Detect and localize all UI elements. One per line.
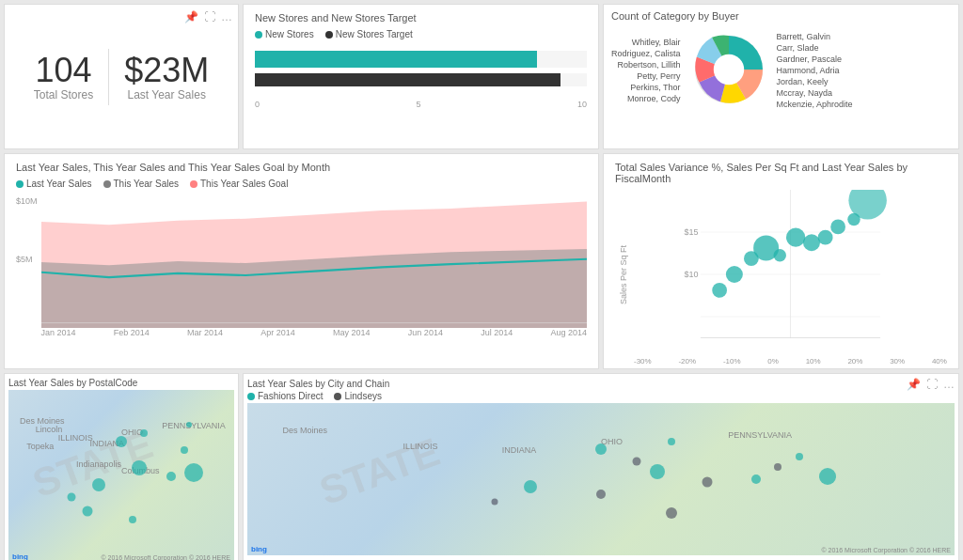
map-dot-3 bbox=[132, 460, 147, 475]
pie-legend-item-r2: Carr, Slade bbox=[777, 43, 853, 53]
bar-chart-legend: New Stores New Stores Target bbox=[255, 29, 587, 39]
pie-chart-title: Count of Category by Buyer bbox=[611, 10, 951, 22]
map-dot-2 bbox=[140, 429, 148, 437]
bing-logo-left: bing bbox=[12, 552, 28, 560]
total-stores-kpi: 104 Total Stores bbox=[34, 52, 93, 102]
pie-legend-item-2: Rodriguez, Calista bbox=[611, 49, 681, 58]
pie-legend-item-r7: Mckenzie, Aphrodite bbox=[777, 100, 853, 109]
x-mar: Mar 2014 bbox=[187, 328, 223, 337]
total-stores-label: Total Stores bbox=[34, 88, 93, 101]
fashions-direct-dot bbox=[247, 393, 255, 400]
scatter-chart-title: Total Sales Variance %, Sales Per Sq Ft … bbox=[615, 162, 947, 184]
ellipsis-icon[interactable]: … bbox=[221, 10, 232, 23]
x-30: 30% bbox=[890, 357, 905, 366]
area-chart-svg-container: Jan 2014 Feb 2014 Mar 2014 Apr 2014 May … bbox=[41, 196, 587, 328]
svg-point-12 bbox=[726, 266, 743, 283]
map-card-left: Last Year Sales by PostalCode STATE Des … bbox=[4, 373, 239, 560]
legend-new-stores: New Stores bbox=[255, 29, 314, 39]
svg-text:$10: $10 bbox=[685, 270, 699, 279]
area-chart-card: Last Year Sales, This Year Sales and Thi… bbox=[4, 153, 599, 369]
map-right-header: Last Year Sales by City and Chain 📌 ⛶ … bbox=[247, 378, 955, 391]
svg-point-1 bbox=[713, 54, 743, 85]
map-left-title: Last Year Sales by PostalCode bbox=[8, 378, 234, 388]
y-axis: $10M $5M bbox=[16, 196, 38, 328]
map-dot-1 bbox=[116, 436, 127, 447]
map-r-penn: PENNSYLVANIA bbox=[728, 430, 792, 440]
map-r-illinois: ILLINOIS bbox=[403, 442, 437, 451]
map-right-card-icons: 📌 ⛶ … bbox=[907, 378, 955, 391]
map-label-penn: PENNSYLVANIA bbox=[162, 421, 226, 430]
new-stores-dot bbox=[255, 31, 262, 39]
scatter-y-axis-label: Sales Per Sq Ft bbox=[615, 190, 632, 359]
map-right-legend: Fashions Direct Lindseys bbox=[247, 391, 955, 401]
fashions-direct-label: Fashions Direct bbox=[258, 391, 323, 401]
x-jun: Jun 2014 bbox=[408, 328, 443, 337]
map-label-illinois: ILLINOIS bbox=[58, 433, 93, 443]
x-20: 20% bbox=[847, 357, 862, 366]
pie-svg-container bbox=[687, 27, 771, 114]
expand-icon-right[interactable]: ⛶ bbox=[926, 378, 938, 391]
last-year-dot bbox=[16, 180, 24, 188]
svg-point-11 bbox=[712, 283, 727, 298]
map-dot-4 bbox=[166, 472, 176, 481]
map-r-dot-6 bbox=[524, 480, 537, 493]
map-dot-8 bbox=[68, 493, 76, 502]
this-year-dot bbox=[103, 180, 111, 188]
map-right-bg: STATE Des Moines ILLINOIS INDIANA OHIO P… bbox=[247, 403, 955, 555]
map-dot-11 bbox=[184, 463, 203, 482]
axis-10: 10 bbox=[577, 100, 587, 109]
kpi-card-icons: 📌 ⛶ … bbox=[184, 10, 232, 23]
scatter-chart-card: Total Sales Variance %, Sales Per Sq Ft … bbox=[603, 153, 959, 369]
this-year-label: This Year Sales bbox=[114, 179, 180, 189]
pie-legend-left: Whitley, Blair Rodriguez, Calista Robert… bbox=[611, 38, 681, 103]
scatter-svg-container: $15 $10 bbox=[634, 190, 947, 359]
pie-legend-item-r5: Jordan, Keely bbox=[777, 77, 853, 86]
x-n30: -30% bbox=[634, 357, 652, 366]
map-copyright-right: © 2016 Microsoft Corporation © 2016 HERE bbox=[821, 547, 951, 553]
map-r-dot-4 bbox=[751, 474, 761, 484]
pie-container: Whitley, Blair Rodriguez, Calista Robert… bbox=[611, 27, 951, 114]
x-jan: Jan 2014 bbox=[41, 328, 76, 337]
x-may: May 2014 bbox=[333, 328, 371, 337]
map-r-iowa: Des Moines bbox=[283, 426, 328, 435]
x-aug: Aug 2014 bbox=[550, 328, 587, 337]
pin-icon-right[interactable]: 📌 bbox=[907, 378, 921, 391]
sales-goal-dot bbox=[190, 180, 197, 188]
pie-legend-item-r1: Barrett, Galvin bbox=[777, 32, 853, 41]
area-chart-title: Last Year Sales, This Year Sales and Thi… bbox=[16, 162, 587, 173]
x-apr: Apr 2014 bbox=[260, 328, 295, 337]
legend-sales-goal: This Year Sales Goal bbox=[190, 179, 288, 189]
pie-legend-item-r4: Hammond, Adria bbox=[777, 66, 853, 75]
pie-legend-item-4: Petty, Perry bbox=[611, 71, 681, 81]
map-right-title: Last Year Sales by City and Chain bbox=[247, 379, 389, 389]
map-card-right: Last Year Sales by City and Chain 📌 ⛶ … … bbox=[243, 373, 959, 560]
new-stores-label: New Stores bbox=[265, 29, 314, 39]
new-stores-target-dot bbox=[325, 31, 333, 39]
map-label-topeka: Topeka bbox=[26, 442, 54, 451]
last-year-label: Last Year Sales bbox=[26, 179, 92, 189]
lindseys-dot bbox=[334, 393, 341, 400]
ellipsis-icon-right[interactable]: … bbox=[943, 378, 955, 391]
map-r-dot-5 bbox=[796, 453, 803, 460]
legend-new-stores-target: New Stores Target bbox=[325, 29, 413, 39]
bar-row-1 bbox=[255, 51, 587, 68]
pie-legend-item-3: Robertson, Lillith bbox=[611, 60, 681, 70]
map-r-dot-dark-6 bbox=[666, 507, 677, 519]
scatter-body: Sales Per Sq Ft $15 $10 bbox=[615, 190, 947, 359]
x-0: 0% bbox=[767, 357, 779, 366]
svg-text:$15: $15 bbox=[685, 227, 699, 237]
bing-logo-right: bing bbox=[251, 545, 267, 553]
pin-icon[interactable]: 📌 bbox=[184, 10, 198, 23]
expand-icon[interactable]: ⛶ bbox=[204, 10, 215, 23]
lindseys-label: Lindseys bbox=[344, 391, 381, 401]
map-r-dot-2 bbox=[668, 438, 675, 445]
new-stores-target-label: New Stores Target bbox=[336, 29, 413, 39]
x-n20: -20% bbox=[678, 357, 696, 366]
map-copyright-left: © 2016 Microsoft Corporation © 2016 HERE bbox=[101, 554, 230, 560]
x-n10: -10% bbox=[723, 357, 741, 366]
last-year-sales-label: Last Year Sales bbox=[124, 88, 209, 101]
map-dot-10 bbox=[129, 516, 136, 523]
x-40: 40% bbox=[932, 357, 947, 366]
bar-chart-card: New Stores and New Stores Target New Sto… bbox=[243, 4, 599, 149]
map-r-dot-3 bbox=[650, 464, 665, 479]
